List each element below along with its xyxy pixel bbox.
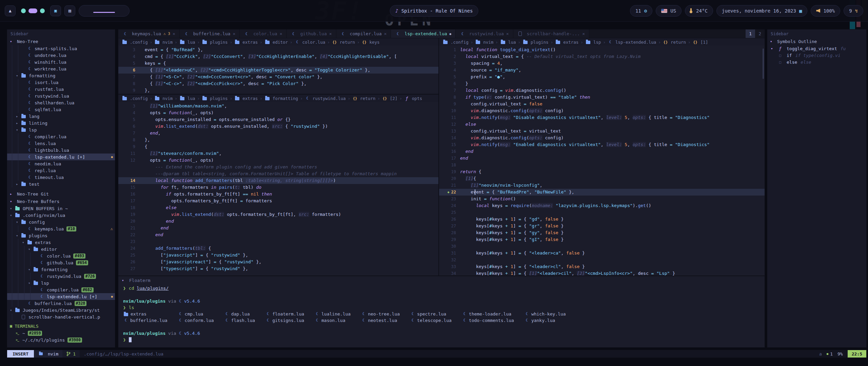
tree-item[interactable]: ☾github.lua#654 <box>7 259 115 266</box>
code-line[interactable]: 6 { [1]"<leader>uC", [2]"<cmd>CccHighlig… <box>118 67 438 74</box>
expander-icon[interactable]: ▾ <box>10 206 15 211</box>
code-line[interactable]: 28 keys[#keys + 1] = { "gy", false } <box>439 229 765 236</box>
tree-item[interactable]: ▸lang <box>7 113 115 120</box>
tab-github-lua[interactable]: ☾github.lua× <box>287 29 336 38</box>
outline-item[interactable]: □ifif type(config.vi <box>767 52 866 59</box>
clipboard-button[interactable]: ▣ <box>50 5 61 16</box>
code-line[interactable]: 18 else <box>118 204 438 211</box>
music-player-widget[interactable]: ♪ Spiritbox - Rule Of Nines <box>390 5 478 17</box>
tab-keymaps-lua[interactable]: ☾keymaps.lua⚠ 3× <box>118 29 180 38</box>
close-icon[interactable]: × <box>329 31 332 36</box>
code-line[interactable]: 8 if type(v: config.virtual_text) == "ta… <box>439 94 765 101</box>
code-line[interactable]: 7 { [1]"<S-C>", [2]"<cmd>CccConvert<cr>"… <box>118 74 438 80</box>
breadcrumb-segment[interactable]: ƒopts <box>404 96 422 101</box>
breadcrumb-segment[interactable]: .config <box>122 40 148 45</box>
tabpage-1[interactable]: 1 <box>746 29 755 38</box>
tree-item[interactable]: ☾bufferline.lua#328 <box>7 300 115 307</box>
launcher-button[interactable]: ▲ <box>5 5 16 16</box>
code-line[interactable]: 11 [1]"stevearc/conform.nvim", <box>118 150 438 157</box>
file-entry[interactable]: ☾todo-comments.lua <box>462 317 514 324</box>
expander-icon[interactable]: ▸ <box>16 182 21 186</box>
code-line[interactable]: 18 <box>439 162 765 168</box>
tree-item[interactable]: ☾winshift.lua <box>7 59 115 65</box>
breadcrumb-segment[interactable]: extras <box>234 40 258 45</box>
outline-item[interactable]: □elseelse <box>767 59 866 65</box>
breadcrumb-segment[interactable]: {}return <box>332 40 355 45</box>
tree-item[interactable]: ☾sqlfmt.lua <box>7 106 115 113</box>
symbols-outline-header[interactable]: ▾ Symbols Outline <box>767 38 866 45</box>
breadcrumb-segment[interactable]: lua <box>179 40 195 45</box>
file-entry[interactable]: ☾spectre.lua <box>410 311 452 317</box>
tree-item[interactable]: ▾lsp <box>7 126 115 133</box>
close-icon[interactable]: × <box>233 31 235 36</box>
pane1-code[interactable]: 3 event = { "BufRead" },4 cmd = { [1]"Cc… <box>118 46 438 94</box>
code-line[interactable]: 4 cmd = { [1]"CccPick", [2]"CccConvert",… <box>118 53 438 60</box>
tree-item[interactable]: ☾timeout.lua <box>7 174 115 181</box>
tab-bufferline-lua[interactable]: ☾bufferline.lua× <box>180 29 240 38</box>
tree-item[interactable]: >_~/.c/n/l/plugins#3980 <box>7 337 115 343</box>
breadcrumb-segment[interactable]: lsp <box>585 40 601 45</box>
code-line[interactable]: 6 } <box>439 80 765 87</box>
tree-item[interactable]: ▾Juegos/Indies/SteamLibrary/st <box>7 307 115 313</box>
file-entry[interactable]: ☾neo-tree.lua <box>361 311 400 317</box>
tab-lsp-extended-lua[interactable]: ☾lsp-extended.lua● <box>391 29 456 38</box>
file-entry[interactable]: ☾bufferline.lua <box>123 317 167 324</box>
breadcrumb-segment[interactable]: editor <box>264 40 288 45</box>
tree-item[interactable]: ☾rustywind.lua#726 <box>7 273 115 280</box>
file-entry[interactable]: ☾mason.lua <box>314 317 351 324</box>
code-line[interactable]: 26 keys[#keys + 1] = { "gd", false } <box>439 216 765 223</box>
code-line[interactable]: 33 keys[#keys + 1] = { "<leader>cl", fal… <box>439 263 765 270</box>
tree-item[interactable]: ☾lens.lua <box>7 140 115 147</box>
pane3-code[interactable]: 1local function toggle_diag_virtext()2 l… <box>439 46 765 276</box>
code-line[interactable]: --- Extend the conform plugin config and… <box>118 164 438 170</box>
tabpage-2[interactable]: 2 <box>755 29 765 38</box>
code-line[interactable]: 12 opts = function(_, opts) <box>118 157 438 164</box>
code-line[interactable]: 3 event = { "BufRead" }, <box>118 46 438 53</box>
code-line[interactable]: 30 <box>439 243 765 250</box>
code-line[interactable]: 22 end <box>118 231 438 238</box>
breadcrumb-segment[interactable]: lua <box>179 96 195 101</box>
expander-icon[interactable]: ▸ <box>16 114 21 119</box>
tree-item[interactable]: ☾lsp-extended.lu [+]● <box>7 293 115 300</box>
code-line[interactable]: 16 end <box>439 148 765 155</box>
tree-item[interactable]: ☾isort.lua <box>7 79 115 86</box>
breadcrumb-segment[interactable]: .config <box>442 40 469 45</box>
code-line[interactable]: 20 [1]{ <box>439 175 765 182</box>
breadcrumb-segment[interactable]: ☾rustywind.lua <box>305 96 346 101</box>
tree-item[interactable]: ☾color.lua#493 <box>7 252 115 259</box>
tree-item[interactable]: ▾extras <box>7 239 115 246</box>
breadcrumb-segment[interactable]: plugins <box>202 96 228 101</box>
tree-item[interactable]: scrollbar-handle-vertical.p <box>7 313 115 320</box>
tree-item[interactable]: ▾formatting <box>7 266 115 273</box>
breadcrumb-segment[interactable]: nvim <box>475 40 493 45</box>
window-title-widget[interactable] <box>79 5 130 17</box>
code-line[interactable]: 29 keys[#keys + 1] = { "gI", false } <box>439 236 765 243</box>
code-line[interactable]: ◆22 event = { "BufReadPre", "BufNewFile"… <box>439 189 765 196</box>
close-icon[interactable]: × <box>173 31 175 36</box>
file-entry[interactable]: ☾conform.lua <box>178 317 214 324</box>
code-line[interactable]: 8 { [1]"<C-c>", [2]"<cmd>CccPick<cr>", d… <box>118 80 438 87</box>
breadcrumb-segment[interactable]: {}[2] <box>382 96 398 101</box>
file-entry[interactable]: ☾cmp.lua <box>178 311 214 317</box>
tree-item[interactable]: ▾plugins <box>7 232 115 239</box>
breadcrumb-segment[interactable]: nvim <box>154 96 173 101</box>
code-line[interactable]: 8 }, <box>118 137 438 143</box>
breadcrumb-segment[interactable]: .config <box>122 96 148 101</box>
code-line[interactable]: 16 if opts.formatters_by_ft[ft] == nil t… <box>118 191 438 198</box>
neotree-buffers-section-header[interactable]: ▾ Neo-Tree Buffers <box>7 198 115 205</box>
code-line[interactable]: 5 prefix = "●", <box>439 74 765 80</box>
code-line[interactable]: 25 ["javascript"] = { "rustywind" }, <box>118 252 438 259</box>
tree-item[interactable]: ☾compiler.lua <box>7 133 115 140</box>
tree-item[interactable]: ☾undotree.lua <box>7 52 115 59</box>
breadcrumb-segment[interactable]: extras <box>234 96 258 101</box>
expander-icon[interactable]: ▾ <box>22 240 27 245</box>
tree-item[interactable]: ☾smart-splits.lua <box>7 45 115 52</box>
tree-item[interactable]: ▾editor <box>7 246 115 252</box>
code-line[interactable]: 5 keys = { <box>118 60 438 67</box>
code-line[interactable]: 3 spacing = 4, <box>439 60 765 67</box>
keyboard-layout-widget[interactable]: US <box>656 5 682 17</box>
code-line[interactable]: 24 add_formatters(tbl: { <box>118 245 438 252</box>
breadcrumb-segment[interactable]: {}return <box>663 40 686 45</box>
code-line[interactable]: 2 local virtual_text = { -- Default virt… <box>439 53 765 60</box>
volume-widget[interactable]: 100% <box>811 5 840 17</box>
